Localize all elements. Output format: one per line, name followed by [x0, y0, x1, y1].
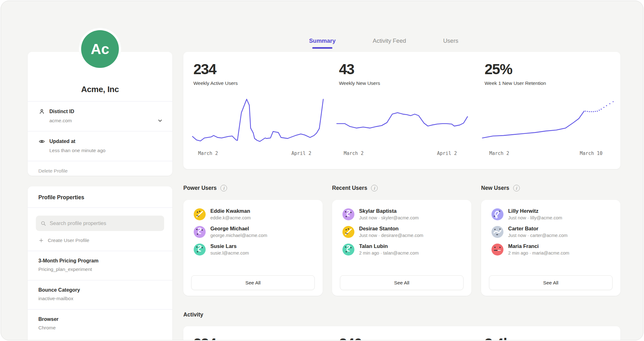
- info-icon[interactable]: i: [513, 185, 520, 191]
- user-avatar: [342, 226, 354, 238]
- user-subtitle: Just now · skyler@acme.com: [359, 215, 419, 220]
- section-title: New Users: [481, 185, 509, 191]
- user-avatar: [491, 244, 503, 256]
- user-list-item[interactable]: Carter Bator Just now · carter@acme.com: [491, 226, 611, 238]
- user-list-item[interactable]: Eddie Kwakman eddie.k@acme.com: [194, 208, 313, 220]
- distinct-id-label: Distinct ID: [49, 109, 74, 114]
- property-row[interactable]: 3-Month Pricing Program Pricing_plan_exp…: [28, 251, 172, 280]
- property-value: inactive-mailbox: [38, 296, 162, 301]
- see-all-button[interactable]: See All: [489, 275, 613, 290]
- section-title: Recent Users: [332, 185, 367, 191]
- stat-label: Weekly New Users: [339, 80, 380, 86]
- user-name: Carter Bator: [508, 226, 568, 232]
- x-tick: March 2: [198, 151, 218, 156]
- property-name: Browser: [38, 316, 162, 322]
- updated-at-value: Less than one minute ago: [49, 148, 162, 153]
- profile-properties-title: Profile Properties: [28, 186, 172, 207]
- avatar-face-icon: [194, 244, 206, 256]
- property-name: 3-Month Pricing Program: [38, 258, 162, 264]
- user-list: Skylar Baptista Just now · skyler@acme.c…: [332, 200, 471, 256]
- user-list-item[interactable]: Desirae Stanton Just now · desirare@acme…: [342, 226, 462, 238]
- profile-card: Acme, Inc Distinct ID acme.com Updated a…: [28, 52, 172, 176]
- user-subtitle: Just now · lilly@acme.com: [508, 215, 562, 220]
- summary-stats-card: 234 Weekly Active Users 43 Weekly New Us…: [183, 52, 620, 169]
- user-name: Desirae Stanton: [359, 226, 423, 232]
- user-list-item[interactable]: George Michael george.michael@acme.com: [194, 226, 313, 238]
- user-list-item[interactable]: Maria Franci 2 min ago · maria@acme.com: [491, 243, 611, 256]
- stat-weekly-new-users: 43 Weekly New Users: [339, 62, 380, 86]
- avatar-face-icon: [342, 208, 354, 220]
- see-all-button[interactable]: See All: [191, 275, 315, 290]
- stat-week1-retention: 25% Week 1 New User Retention: [485, 62, 546, 86]
- tab-activity-feed[interactable]: Activity Feed: [373, 37, 406, 49]
- property-row[interactable]: Bounce Category inactive-mailbox: [28, 280, 172, 309]
- user-avatar: [342, 244, 354, 256]
- activity-stat: 3.4k: [485, 336, 511, 340]
- user-avatar: [194, 226, 206, 238]
- user-name: Susie Lars: [210, 243, 249, 249]
- user-list-item[interactable]: Skylar Baptista Just now · skyler@acme.c…: [342, 208, 462, 220]
- recent-users-heading: Recent Users i: [332, 185, 378, 191]
- tab-users[interactable]: Users: [443, 37, 458, 49]
- stat-value: 25%: [485, 62, 546, 76]
- profile-properties-card: Profile Properties Create User Profile 3…: [28, 186, 172, 340]
- x-tick: March 2: [344, 151, 364, 156]
- search-row: [28, 207, 172, 231]
- avatar-face-icon: [491, 208, 503, 220]
- company-avatar-initials: Ac: [81, 30, 119, 68]
- stat-label: Week 1 New User Retention: [485, 80, 546, 86]
- delete-profile-button[interactable]: Delete Profile: [28, 161, 172, 181]
- user-subtitle: Just now · desirare@acme.com: [359, 233, 423, 238]
- power-users-card: Eddie Kwakman eddie.k@acme.com George Mi…: [183, 200, 323, 296]
- person-icon: [38, 108, 45, 115]
- sparkline-weekly-new-users: March 2 April 2: [337, 98, 469, 156]
- search-box[interactable]: [36, 216, 164, 231]
- chevron-down-icon[interactable]: [157, 117, 164, 124]
- user-list-item[interactable]: Talan Lubin 2 min ago · talan@acme.com: [342, 243, 462, 256]
- info-icon[interactable]: i: [371, 185, 378, 191]
- recent-users-card: Skylar Baptista Just now · skyler@acme.c…: [332, 200, 471, 296]
- sparkline-weekly-active-users: March 2 April 2: [191, 98, 323, 156]
- user-subtitle: susie.l@acme.com: [210, 250, 249, 256]
- avatar-face-icon: [342, 244, 354, 256]
- see-all-button[interactable]: See All: [340, 275, 464, 290]
- info-icon[interactable]: i: [220, 185, 227, 191]
- plus-icon: [38, 238, 44, 243]
- activity-heading: Activity: [183, 311, 203, 318]
- user-list-item[interactable]: Lilly Herwitz Just now · lilly@acme.com: [491, 208, 611, 220]
- search-icon: [40, 220, 47, 227]
- user-list-item[interactable]: Susie Lars susie.l@acme.com: [194, 243, 313, 256]
- sparkline-week1-retention: March 2 March 10: [482, 98, 614, 156]
- avatar-face-icon: [342, 226, 354, 238]
- search-profile-properties-input[interactable]: [50, 220, 160, 226]
- user-subtitle: Just now · carter@acme.com: [508, 233, 568, 238]
- user-name: Maria Franci: [508, 243, 569, 249]
- user-avatar: [194, 244, 206, 256]
- power-users-heading: Power Users i: [183, 185, 227, 191]
- x-tick: March 2: [489, 151, 509, 156]
- user-avatar: [491, 226, 503, 238]
- distinct-id-row[interactable]: Distinct ID acme.com: [28, 101, 172, 131]
- user-avatar: [194, 208, 206, 220]
- avatar-face-icon: [194, 226, 206, 238]
- property-row[interactable]: Browser Chrome: [28, 309, 172, 338]
- property-value: Pricing_plan_experiment: [38, 267, 162, 272]
- user-name: Eddie Kwakman: [210, 208, 251, 214]
- app-frame: Ac Acme, Inc Distinct ID acme.com Upda: [1, 1, 643, 340]
- x-tick: April 2: [291, 151, 311, 156]
- tab-summary[interactable]: Summary: [309, 37, 336, 49]
- avatar-face-icon: [194, 208, 206, 220]
- user-name: George Michael: [210, 226, 267, 232]
- updated-at-label: Updated at: [49, 139, 75, 144]
- distinct-id-value: acme.com: [49, 118, 162, 124]
- new-users-heading: New Users i: [481, 185, 520, 191]
- user-avatar: [491, 208, 503, 220]
- section-title: Power Users: [183, 185, 217, 191]
- activity-stat: 234: [193, 336, 216, 340]
- create-user-profile-label: Create User Profile: [48, 238, 89, 243]
- avatar-face-icon: [491, 226, 503, 238]
- user-list: Eddie Kwakman eddie.k@acme.com George Mi…: [183, 200, 323, 256]
- stat-value: 43: [339, 62, 380, 76]
- create-user-profile-button[interactable]: Create User Profile: [28, 231, 172, 251]
- property-value: Chrome: [38, 325, 162, 331]
